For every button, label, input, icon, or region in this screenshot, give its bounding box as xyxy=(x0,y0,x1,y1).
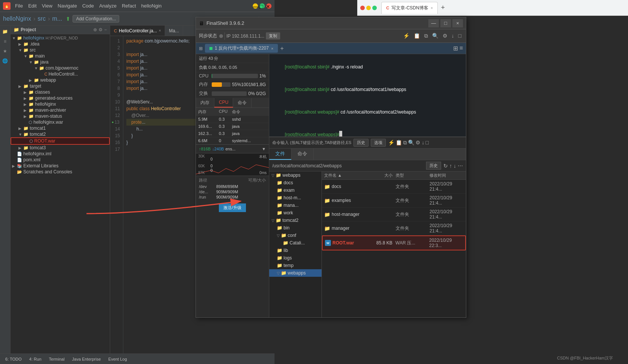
file-tree-webapps2[interactable]: ▽ 📁 webapps xyxy=(269,269,322,277)
fs-tab-close-icon[interactable]: × xyxy=(271,46,273,51)
tree-item-generated[interactable]: ▶ 📁 generated-sources xyxy=(11,95,110,101)
file-tree-lib[interactable]: 📁 lib xyxy=(269,247,322,254)
tree-item-hellonginx-iml[interactable]: 📄 helloNginx.iml xyxy=(11,151,110,157)
fs-close-button[interactable]: × xyxy=(452,19,463,27)
panel-add-icon[interactable]: ⊕ xyxy=(93,27,97,32)
file-tree-work[interactable]: 📁 work xyxy=(269,209,322,217)
process-row-java2[interactable]: 162.3... 0.3 java xyxy=(196,130,269,137)
col-type[interactable]: 类型 xyxy=(396,173,430,178)
fs-search-icon[interactable]: 🔍 xyxy=(431,32,440,40)
refresh-files-icon[interactable]: ↻ xyxy=(443,163,448,169)
menu-refact[interactable]: Refact xyxy=(120,2,138,9)
history-button[interactable]: 历史 xyxy=(353,139,369,147)
tree-item-tomcat2[interactable]: ▼ 📁 tomcat2 xyxy=(11,131,110,137)
fs-grid-icon[interactable]: ⊞ xyxy=(453,45,458,52)
ide-minimize-button[interactable]: — xyxy=(253,3,258,9)
history-path-button[interactable]: 历史 xyxy=(426,162,441,170)
menu-view[interactable]: View xyxy=(39,2,55,9)
ide-maximize-button[interactable]: □ xyxy=(259,3,265,9)
tree-item-com[interactable]: ▼ 📁 com.bjpowernoc xyxy=(11,65,110,71)
tree-item-hellocontroller[interactable]: C HelloControll... xyxy=(11,71,110,77)
net-expand-icon[interactable]: ▼ xyxy=(262,147,266,151)
download-icon[interactable]: ↓ xyxy=(454,163,456,169)
file-tree-catali[interactable]: 📁 Catali... xyxy=(269,239,322,247)
browser-tab-close-icon[interactable]: × xyxy=(431,6,433,10)
tree-item-classes[interactable]: ▶ 📁 classes xyxy=(11,89,110,95)
fs-copy-button[interactable]: 复制 xyxy=(266,32,280,39)
tree-item-idea[interactable]: ▶ 📁 .idea xyxy=(11,41,110,47)
file-tree-bin[interactable]: 📁 bin xyxy=(269,224,322,232)
menu-code[interactable]: Code xyxy=(80,2,96,9)
cmd-paste-icon[interactable]: ⧉ xyxy=(403,140,407,146)
tree-item-maven-status[interactable]: ▶ 📁 maven-status xyxy=(11,113,110,119)
file-row-host-manager[interactable]: 📁host-manager 文件夹 2022/10/29 21:4... xyxy=(322,208,466,221)
tree-item-helloNginx[interactable]: ▼ 📁 helloNginx H:\POWER_NOD xyxy=(11,35,110,41)
tree-item-target[interactable]: ▶ 📁 target xyxy=(11,83,110,89)
tree-item-main[interactable]: ▼ 📁 main xyxy=(11,53,110,59)
tree-item-root-war[interactable]: ⬡ ROOT.war xyxy=(11,137,110,145)
tree-item-hellonginx-war[interactable]: ⬡ helloNginx.war xyxy=(11,119,110,125)
browser-tab-csdn[interactable]: C 写文章-CSDN博客 × xyxy=(381,2,438,14)
web-icon[interactable]: 🌐 xyxy=(1,56,10,65)
menu-edit[interactable]: Edit xyxy=(26,2,39,9)
process-tab-command[interactable]: 命令 xyxy=(233,98,252,108)
col-filename[interactable]: 文件名 ▲ xyxy=(324,173,375,178)
fs-arrow-icon[interactable]: ↓ xyxy=(450,32,456,40)
fs-copy2-icon[interactable]: ⧉ xyxy=(423,32,429,40)
browser-maximize-button[interactable] xyxy=(372,6,377,10)
menu-hellonginx[interactable]: helloNgin xyxy=(139,2,164,9)
fs-connection-tab-active[interactable]: 1 反向代理+负载均衡-2207 × xyxy=(205,44,278,53)
cmd-settings-icon[interactable]: ⚙ xyxy=(416,140,420,146)
bottom-tab-event-log[interactable]: Event Log xyxy=(106,356,129,362)
editor-tab-hellocontroller[interactable]: C HelloController.ja... × xyxy=(110,26,165,36)
file-tree-docs[interactable]: 📁 docs xyxy=(269,179,322,187)
tree-item-external-libraries[interactable]: ▶ 📚 External Libraries xyxy=(11,163,110,169)
bottom-tab-run[interactable]: 4: Run xyxy=(27,356,44,362)
cmd-search-icon[interactable]: 🔍 xyxy=(408,140,414,146)
fs-gear-icon[interactable]: ⚙ xyxy=(441,32,449,40)
breadcrumb-project[interactable]: helloNginx xyxy=(3,15,31,22)
fs-tab-expand-icon[interactable]: ⊞ xyxy=(199,46,203,51)
browser-close-button[interactable] xyxy=(360,6,365,10)
menu-file[interactable]: File xyxy=(13,2,25,9)
fs-list-icon[interactable]: ≡ xyxy=(460,45,463,52)
file-tree-exam[interactable]: 📁 exam xyxy=(269,187,322,194)
structure-icon[interactable]: ≡ xyxy=(1,37,10,46)
process-row-systemd[interactable]: 6.6M 0 systemd... xyxy=(196,137,269,144)
fs-clipboard-icon[interactable]: 📋 xyxy=(412,32,422,40)
file-row-manager[interactable]: 📁manager 文件夹 2022/10/29 21:4... xyxy=(322,221,466,235)
process-tab-cpu[interactable]: CPU xyxy=(214,98,233,108)
tree-item-pom-xml[interactable]: 📄 pom.xml xyxy=(11,157,110,163)
ide-close-button[interactable]: × xyxy=(266,3,272,9)
add-config-button[interactable]: Add Configuration... xyxy=(73,15,119,23)
fs-maximize-button[interactable]: □ xyxy=(440,19,451,27)
cmd-lightning-icon[interactable]: ⚡ xyxy=(388,140,394,146)
menu-navigate[interactable]: Navigate xyxy=(55,2,79,9)
process-row-sshd[interactable]: 5.9M 0.3 sshd xyxy=(196,116,269,123)
tree-item-tomcat3[interactable]: ▶ 📁 tomcat3 xyxy=(11,145,110,151)
fs-add-connection-icon[interactable]: + xyxy=(280,45,284,52)
file-tree-host-m[interactable]: 📁 host-m... xyxy=(269,194,322,202)
process-tab-memory[interactable]: 内存 xyxy=(196,98,214,108)
project-icon[interactable]: 📁 xyxy=(1,27,10,36)
file-tree-mana[interactable]: 📁 mana... xyxy=(269,202,322,209)
cmd-fullscreen-icon[interactable]: □ xyxy=(425,140,428,146)
cmd-down-icon[interactable]: ↓ xyxy=(422,140,424,146)
editor-tab-ma[interactable]: Ma... xyxy=(165,26,183,36)
bottom-tab-terminal[interactable]: Terminal xyxy=(47,356,67,362)
panel-gear-icon[interactable]: ⚙ xyxy=(99,27,103,32)
file-tab-commands[interactable]: 命令 xyxy=(291,149,314,160)
upload-icon[interactable]: ↑ xyxy=(449,163,452,169)
file-row-docs[interactable]: 📁docs 文件夹 2022/10/29 21:4... xyxy=(322,180,466,194)
tree-item-hellonginx-folder[interactable]: ▶ 📁 helloNginx xyxy=(11,101,110,107)
breadcrumb-m[interactable]: m... xyxy=(52,15,62,22)
panel-hide-icon[interactable]: − xyxy=(104,27,107,32)
upgrade-button[interactable]: 激活/升级 xyxy=(219,203,246,212)
col-size[interactable]: 大小 xyxy=(375,173,395,178)
tree-item-tomcat1[interactable]: ▶ 📁 tomcat1 xyxy=(11,125,110,131)
cmd-copy-icon[interactable]: 📋 xyxy=(396,140,402,146)
tree-item-src[interactable]: ▼ 📁 src xyxy=(11,47,110,53)
breadcrumb-src[interactable]: src xyxy=(38,15,46,22)
process-row-java1[interactable]: 169.6... 0.3 java xyxy=(196,123,269,130)
tree-item-scratches[interactable]: 📂 Scratches and Consoles xyxy=(11,169,110,175)
